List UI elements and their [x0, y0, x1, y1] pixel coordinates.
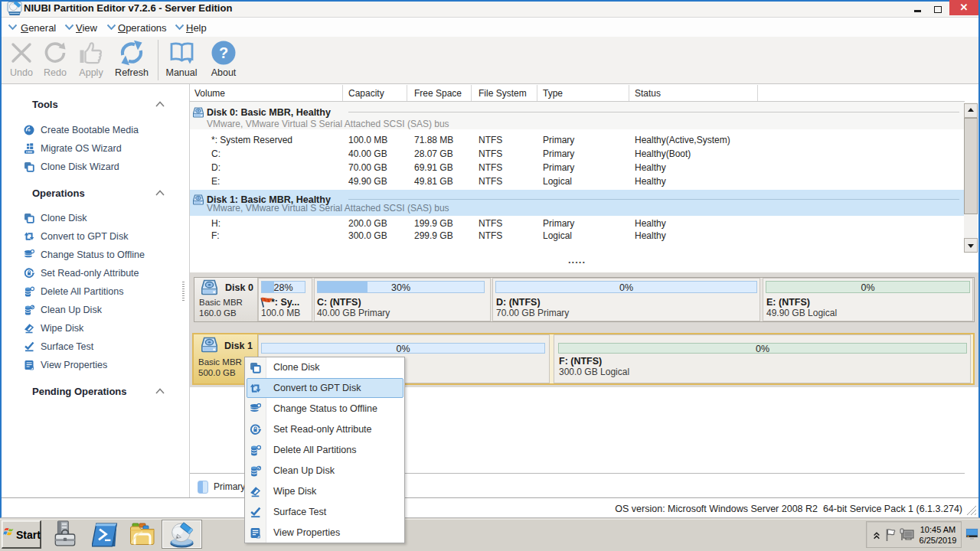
- svg-text:?: ?: [219, 44, 228, 61]
